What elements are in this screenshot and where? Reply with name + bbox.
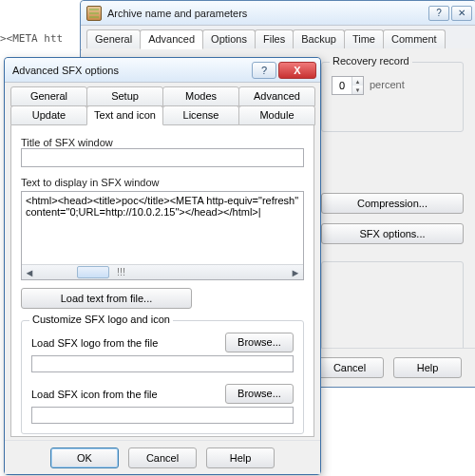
sfx-text-label: Text to display in SFX window — [21, 177, 304, 188]
logo-path-input[interactable] — [31, 355, 294, 372]
dialog-titlebar[interactable]: Advanced SFX options ? X — [5, 58, 320, 83]
sfx-tab-general[interactable]: General — [10, 86, 87, 106]
parent-help-button[interactable]: ? — [428, 6, 449, 21]
load-icon-label: Load SFX icon from the file — [31, 389, 218, 400]
parent-titlebar[interactable]: Archive name and parameters ? ✕ — [81, 1, 475, 26]
sfx-options-button[interactable]: SFX options... — [321, 223, 464, 244]
recovery-percent-spinner[interactable]: ▲ ▼ — [332, 76, 364, 95]
winrar-icon — [86, 6, 102, 21]
browse-icon-button[interactable]: Browse... — [225, 384, 294, 404]
sfx-title-label: Title of SFX window — [21, 137, 304, 148]
sfx-tab-advanced[interactable]: Advanced — [238, 86, 315, 106]
ok-button[interactable]: OK — [50, 447, 119, 468]
load-text-from-file-button[interactable]: Load text from file... — [21, 288, 192, 309]
dialog-help-button[interactable]: ? — [252, 62, 276, 79]
tab-advanced[interactable]: Advanced — [140, 29, 203, 49]
sfx-text-area[interactable] — [22, 192, 303, 262]
scroll-right-icon[interactable]: ► — [288, 265, 303, 280]
dialog-title: Advanced SFX options — [12, 65, 252, 76]
sfx-title-input[interactable] — [21, 148, 304, 167]
dialog-tabs-row1: General Setup Modes Advanced — [10, 86, 314, 106]
recovery-percent-input[interactable] — [332, 77, 352, 94]
sfx-text-area-wrap: ◄ !!! ► — [21, 191, 304, 280]
sfx-text-hscrollbar[interactable]: ◄ !!! ► — [22, 264, 303, 279]
help-button[interactable]: Help — [206, 447, 275, 468]
recovery-record-label: Recovery record — [330, 55, 412, 67]
tab-files[interactable]: Files — [255, 29, 294, 49]
dialog-body: General Setup Modes Advanced Update Text… — [10, 86, 314, 440]
tab-general[interactable]: General — [86, 29, 141, 49]
compression-button[interactable]: Compression... — [321, 193, 464, 214]
recovery-unit-label: percent — [370, 79, 405, 90]
tab-comment[interactable]: Comment — [383, 29, 446, 49]
sfx-tab-text-and-icon[interactable]: Text and icon — [86, 105, 163, 125]
sfx-tab-update[interactable]: Update — [10, 105, 87, 125]
dialog-tabs-row2: Update Text and icon License Module — [10, 105, 314, 125]
cancel-button[interactable]: Cancel — [128, 447, 197, 468]
scroll-thumb[interactable] — [77, 266, 109, 278]
customize-group-label: Customize SFX logo and icon — [29, 314, 173, 325]
scroll-left-icon[interactable]: ◄ — [22, 265, 37, 280]
sfx-tab-setup[interactable]: Setup — [86, 86, 163, 106]
tab-options[interactable]: Options — [202, 29, 256, 49]
browse-logo-button[interactable]: Browse... — [225, 333, 294, 352]
sfx-tab-modes[interactable]: Modes — [162, 86, 239, 106]
tabpage-text-and-icon: Title of SFX window Text to display in S… — [10, 125, 314, 437]
dialog-close-button[interactable]: X — [278, 62, 316, 79]
parent-close-button[interactable]: ✕ — [451, 6, 472, 21]
sfx-tab-module[interactable]: Module — [238, 105, 315, 125]
customize-logo-icon-group: Customize SFX logo and icon Load SFX log… — [21, 320, 304, 434]
icon-path-input[interactable] — [31, 407, 294, 424]
load-logo-label: Load SFX logo from the file — [31, 337, 218, 349]
parent-help-button-footer[interactable]: Help — [393, 357, 462, 378]
tab-time[interactable]: Time — [344, 29, 384, 49]
sfx-tab-license[interactable]: License — [162, 105, 239, 125]
parent-tabstrip: General Advanced Options Files Backup Ti… — [81, 26, 475, 50]
side-empty-group — [321, 261, 464, 351]
parent-cancel-button[interactable]: Cancel — [315, 357, 384, 378]
spinner-up-icon[interactable]: ▲ — [352, 77, 363, 86]
spinner-arrows[interactable]: ▲ ▼ — [352, 77, 363, 94]
background-code-snippet: ><META htt — [0, 32, 63, 45]
dialog-footer: OK Cancel Help — [5, 440, 320, 474]
advanced-sfx-options-dialog: Advanced SFX options ? X General Setup M… — [4, 57, 321, 475]
recovery-record-group: Recovery record ▲ ▼ percent — [321, 62, 464, 132]
tab-backup[interactable]: Backup — [293, 29, 345, 49]
scroll-tick-mark: !!! — [117, 266, 125, 277]
parent-window-title: Archive name and parameters — [107, 8, 427, 19]
spinner-down-icon[interactable]: ▼ — [352, 86, 363, 94]
